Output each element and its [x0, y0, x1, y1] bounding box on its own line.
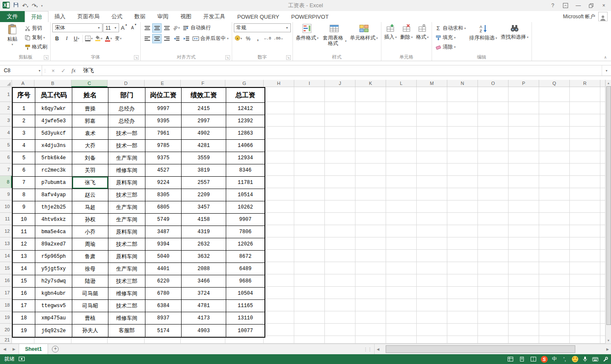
cell-I19[interactable] — [294, 311, 325, 324]
cell-N11[interactable] — [447, 213, 478, 225]
sheet-nav-next[interactable]: ▶ — [9, 347, 19, 351]
table-cell-F6[interactable]: 3559 — [182, 152, 226, 164]
table-cell-C15[interactable]: 徐母 — [72, 263, 108, 275]
cell-J19[interactable] — [325, 311, 355, 324]
cell-J21[interactable] — [325, 336, 355, 344]
table-cell-A3[interactable]: 2 — [13, 115, 35, 127]
tab-splitter[interactable]: ⋮⋮ — [361, 347, 374, 352]
table-cell-A20[interactable]: 19 — [13, 324, 35, 337]
sogou-ime-logo-icon[interactable]: S — [540, 354, 549, 364]
cell-R16[interactable] — [570, 274, 600, 287]
cell-K14[interactable] — [355, 250, 386, 262]
cell-R7[interactable] — [570, 164, 600, 176]
ime-toolbox-button[interactable] — [601, 354, 610, 364]
cut-button[interactable]: 剪切 — [23, 24, 48, 33]
cell-X21[interactable] — [600, 336, 605, 344]
cell-L16[interactable] — [386, 274, 417, 287]
table-cell-D3[interactable]: 总经办 — [108, 115, 145, 127]
cell-I3[interactable] — [294, 114, 325, 127]
table-cell-D9[interactable]: 技术三部 — [108, 189, 145, 201]
table-cell-A12[interactable]: 11 — [13, 226, 35, 238]
new-sheet-button[interactable]: + — [52, 346, 59, 353]
cell-X16[interactable] — [600, 274, 605, 287]
row-header-21[interactable]: 21 — [0, 336, 12, 344]
table-cell-F19[interactable]: 4173 — [182, 312, 226, 324]
ime-voice-button[interactable] — [580, 354, 590, 364]
help-button[interactable]: ? — [546, 0, 559, 11]
table-cell-B2[interactable]: k6qy7wkr — [35, 103, 72, 115]
cell-M19[interactable] — [417, 311, 447, 324]
cell-P8[interactable] — [509, 176, 539, 188]
alignment-dialog-launcher[interactable]: ↘ — [225, 55, 230, 60]
table-cell-F3[interactable]: 2997 — [182, 115, 226, 127]
cell-L6[interactable] — [386, 151, 417, 164]
cell-M20[interactable] — [417, 324, 447, 336]
row-header-16[interactable]: 16 — [0, 274, 12, 287]
paste-button[interactable]: 粘贴 ▾ — [3, 23, 22, 54]
table-cell-F14[interactable]: 3632 — [182, 251, 226, 263]
table-cell-A19[interactable]: 18 — [13, 312, 35, 324]
cell-P17[interactable] — [509, 287, 539, 299]
page-break-preview-button[interactable] — [528, 354, 539, 364]
ime-soft-keyboard-button[interactable] — [591, 354, 600, 364]
tab-powerpivot[interactable]: POWERPIVOT — [285, 11, 335, 22]
table-cell-F12[interactable]: 4319 — [182, 226, 226, 238]
cell-N10[interactable] — [447, 200, 478, 213]
cell-R1[interactable] — [570, 87, 600, 102]
percent-style-button[interactable]: % — [244, 34, 253, 43]
table-cell-E4[interactable]: 7961 — [145, 127, 182, 140]
cell-M7[interactable] — [417, 164, 447, 176]
cell-P2[interactable] — [509, 102, 539, 114]
middle-align-button[interactable] — [152, 23, 162, 33]
expand-formula-bar-button[interactable]: ▾ — [602, 65, 611, 76]
cell-H10[interactable] — [264, 200, 294, 213]
row-header-7[interactable]: 7 — [0, 164, 12, 176]
cell-L3[interactable] — [386, 114, 417, 127]
cell-P7[interactable] — [509, 164, 539, 176]
cell-N4[interactable] — [447, 127, 478, 139]
cell-L12[interactable] — [386, 225, 417, 237]
accounting-format-button[interactable]: ¥▾ — [234, 34, 243, 43]
table-cell-E16[interactable]: 6220 — [145, 275, 182, 288]
cell-X6[interactable] — [600, 151, 605, 164]
cell-O20[interactable] — [478, 324, 509, 336]
select-all-button[interactable] — [0, 80, 12, 87]
format-as-table-button[interactable]: 套用表格格式▾ — [321, 23, 348, 54]
cell-K9[interactable] — [355, 188, 386, 200]
cell-H5[interactable] — [264, 139, 294, 151]
cell-J16[interactable] — [325, 274, 355, 287]
format-cells-button[interactable]: 格式▾ — [415, 23, 430, 54]
cell-K8[interactable] — [355, 176, 386, 188]
cell-J18[interactable] — [325, 299, 355, 311]
align-center-button[interactable] — [152, 34, 162, 43]
table-cell-G2[interactable]: 12412 — [226, 103, 264, 115]
cell-R12[interactable] — [570, 225, 600, 237]
table-cell-B4[interactable]: 5d3yukcf — [35, 127, 72, 140]
cell-Q18[interactable] — [539, 299, 570, 311]
cell-I10[interactable] — [294, 200, 325, 213]
cell-H4[interactable] — [264, 127, 294, 139]
cell-K4[interactable] — [355, 127, 386, 139]
bold-button[interactable]: B — [52, 34, 62, 43]
cell-X19[interactable] — [600, 311, 605, 324]
cell-I9[interactable] — [294, 188, 325, 200]
cell-P15[interactable] — [509, 262, 539, 274]
table-cell-C18[interactable]: 司马昭 — [72, 300, 108, 312]
table-cell-E6[interactable]: 9375 — [145, 152, 182, 164]
row-header-8[interactable]: 8 — [0, 176, 12, 188]
table-cell-D19[interactable]: 维修车间 — [108, 312, 145, 324]
table-cell-G13[interactable]: 12026 — [226, 238, 264, 251]
table-cell-A18[interactable]: 17 — [13, 300, 35, 312]
cell-K17[interactable] — [355, 287, 386, 299]
cell-L21[interactable] — [386, 336, 417, 344]
borders-button[interactable]: ▾ — [84, 34, 94, 43]
table-cell-C12[interactable]: 小乔 — [72, 226, 108, 238]
fill-color-button[interactable]: ▾ — [94, 34, 103, 43]
cell-J11[interactable] — [325, 213, 355, 225]
table-cell-C16[interactable]: 陆逊 — [72, 275, 108, 288]
table-cell-B20[interactable]: j6q92s2e — [35, 324, 72, 337]
table-cell-E11[interactable]: 5749 — [145, 214, 182, 226]
cell-O8[interactable] — [478, 176, 509, 188]
cell-K5[interactable] — [355, 139, 386, 151]
conditional-formatting-button[interactable]: 条件格式▾ — [295, 23, 320, 54]
